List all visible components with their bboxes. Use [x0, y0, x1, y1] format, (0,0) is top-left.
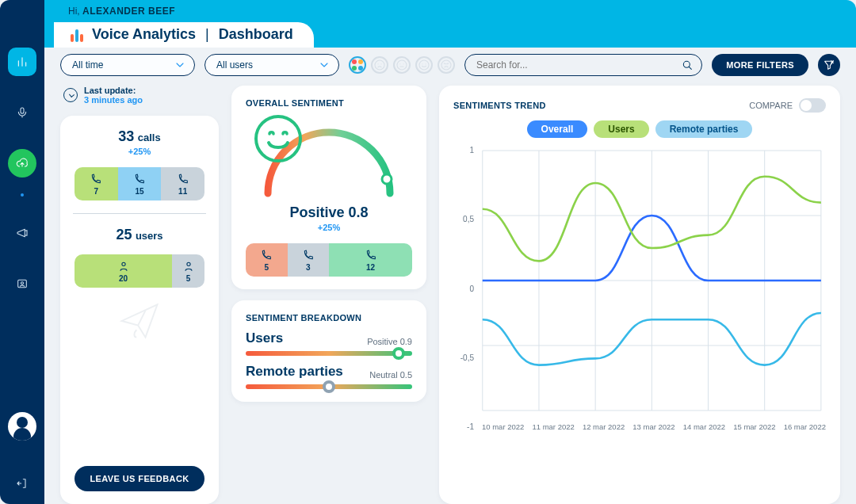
- breakdown-slider-users[interactable]: [246, 351, 412, 356]
- legend-remote[interactable]: Remote parties: [655, 120, 753, 138]
- more-filters-button[interactable]: MORE FILTERS: [712, 54, 808, 76]
- svg-point-4: [397, 60, 407, 70]
- user-icon: [182, 260, 195, 273]
- filter-time-label: All time: [72, 59, 103, 71]
- sad-face-icon: [373, 59, 386, 71]
- nav-logout[interactable]: [16, 477, 29, 493]
- greeting-name: ALEXANDER BEEF: [82, 6, 175, 17]
- call-out-icon: [90, 173, 102, 185]
- nav-announce[interactable]: [8, 219, 36, 247]
- smile-face-icon: [254, 114, 303, 163]
- title-bar: Voice Analytics | Dashboard: [44, 22, 856, 48]
- breakdown-row-users: UsersPositive 0.9: [246, 330, 412, 356]
- overall-split: 5 3 12: [246, 243, 412, 277]
- users-unit: users: [136, 230, 163, 242]
- user-icon: [117, 260, 130, 273]
- svg-point-6: [441, 60, 451, 70]
- sentiment-filter-row: [349, 56, 455, 74]
- breakdown-slider-remote[interactable]: [246, 384, 412, 389]
- last-update-value: 3 minutes ago: [84, 95, 143, 105]
- last-update-label: Last update:: [84, 86, 143, 95]
- overall-delta: +25%: [318, 223, 340, 232]
- app-logo: [70, 28, 84, 42]
- title-separator: |: [205, 26, 209, 43]
- legend-users[interactable]: Users: [594, 120, 648, 138]
- overall-sentiment-card: OVERALL SENTIMENT: [231, 86, 426, 289]
- nav-contacts[interactable]: [8, 269, 36, 298]
- svg-point-9: [186, 262, 189, 265]
- filter-users-label: All users: [216, 59, 253, 71]
- avatar[interactable]: [8, 412, 36, 441]
- sentiment-gauge: [254, 114, 404, 200]
- filter-sentiment-angry[interactable]: [438, 56, 455, 74]
- filter-time[interactable]: All time: [60, 54, 195, 76]
- chevron-down-icon: [318, 59, 331, 71]
- trend-chart: 10,50-0,5-1 10 mar 202211 mar 202212 mar…: [453, 146, 826, 431]
- paper-plane-icon: [116, 297, 163, 345]
- nav-dashboard[interactable]: [8, 48, 36, 76]
- svg-point-8: [121, 262, 124, 265]
- filter-sentiment-neutral[interactable]: [393, 56, 411, 74]
- sentiment-breakdown-card: SENTIMENT BREAKDOWN UsersPositive 0.9 Re…: [231, 300, 426, 402]
- last-update: Last update: 3 minutes ago: [60, 86, 219, 105]
- users-split: 20 5: [75, 254, 204, 288]
- breakdown-row-remote: Remote partiesNeutral 0.5: [246, 364, 412, 389]
- filter-users[interactable]: All users: [204, 54, 339, 76]
- compare-toggle[interactable]: [799, 98, 826, 113]
- nav-upload[interactable]: [8, 149, 36, 178]
- megaphone-icon: [16, 227, 29, 239]
- users-count: 25: [116, 227, 132, 242]
- clear-filters-button[interactable]: [818, 54, 840, 76]
- nav-indicator-dot: [21, 193, 24, 197]
- cloud-upload-icon: [16, 157, 29, 170]
- svg-point-10: [382, 174, 392, 184]
- microphone-icon: [16, 106, 29, 119]
- search-input[interactable]: [465, 59, 681, 71]
- svg-rect-1: [18, 280, 27, 287]
- user-card-icon: [16, 277, 29, 290]
- feedback-button[interactable]: LEAVE US FEEDBACK: [75, 466, 204, 491]
- filter-sentiment-all[interactable]: [349, 56, 366, 74]
- breakdown-title: SENTIMENT BREAKDOWN: [246, 313, 412, 323]
- call-icon: [365, 249, 377, 262]
- page-title: Dashboard: [219, 26, 293, 43]
- greeting-hi: Hi,: [68, 6, 80, 17]
- bar-chart-icon: [16, 55, 29, 68]
- trend-legend: Overall Users Remote parties: [453, 120, 826, 138]
- compare-label: COMPARE: [749, 101, 793, 110]
- svg-point-2: [21, 282, 23, 284]
- greeting-bar: Hi, ALEXANDER BEEF: [44, 0, 856, 22]
- angry-face-icon: [440, 59, 453, 71]
- filter-sentiment-sad[interactable]: [371, 56, 388, 74]
- search-icon: [681, 59, 694, 71]
- calls-count: 33: [118, 128, 134, 144]
- overall-title: OVERALL SENTIMENT: [246, 98, 412, 108]
- svg-point-3: [375, 60, 384, 70]
- clock-icon: [63, 88, 78, 102]
- stats-card: 33 calls +25% 7 15 11 25 users 20 5 LEAV…: [60, 116, 219, 504]
- svg-point-5: [419, 60, 429, 70]
- chevron-down-icon: [174, 59, 186, 71]
- sidebar: [0, 0, 44, 504]
- nav-recordings[interactable]: [8, 98, 36, 127]
- svg-point-11: [256, 116, 300, 161]
- neutral-face-icon: [396, 59, 408, 71]
- filter-bar: All time All users MORE FILTERS: [44, 48, 856, 82]
- sentiments-trend-card: SENTIMENTS TREND COMPARE Overall Users R…: [439, 86, 840, 504]
- overall-label: Positive 0.8: [289, 204, 368, 221]
- calls-split: 7 15 11: [75, 167, 204, 200]
- call-in-icon: [133, 173, 146, 185]
- svg-rect-0: [21, 108, 24, 113]
- filter-sentiment-happy[interactable]: [415, 56, 433, 74]
- funnel-x-icon: [823, 59, 835, 71]
- call-icon: [302, 249, 315, 262]
- calls-delta: +25%: [75, 147, 204, 156]
- legend-overall[interactable]: Overall: [527, 120, 588, 138]
- app-name: Voice Analytics: [92, 26, 196, 43]
- call-icon: [260, 249, 273, 262]
- trend-title: SENTIMENTS TREND: [453, 101, 546, 110]
- call-missed-icon: [177, 173, 189, 185]
- logout-icon: [16, 477, 29, 490]
- search-bar[interactable]: [464, 54, 702, 76]
- happy-face-icon: [418, 59, 430, 71]
